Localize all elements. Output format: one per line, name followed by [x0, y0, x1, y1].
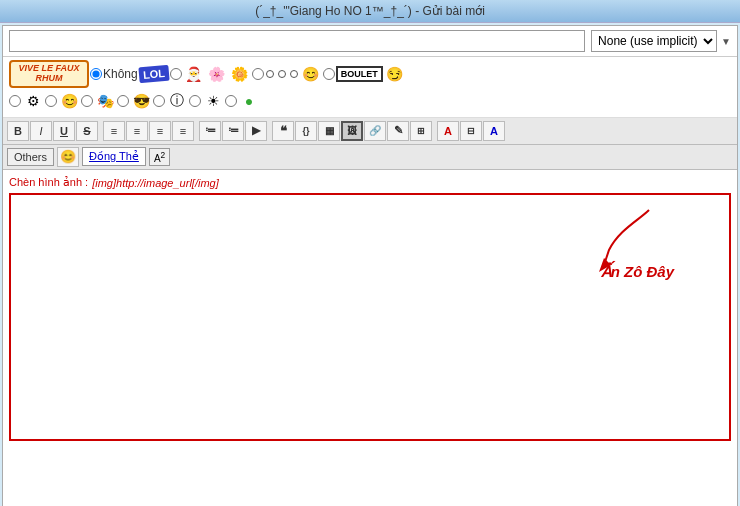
- quote-button[interactable]: ❝: [272, 121, 294, 141]
- table-button[interactable]: ▦: [318, 121, 340, 141]
- radio-khong[interactable]: [90, 68, 102, 80]
- code-button[interactable]: {}: [295, 121, 317, 141]
- editor-textarea[interactable]: [11, 195, 729, 439]
- radio-3[interactable]: [252, 68, 264, 80]
- smiley-r2-4[interactable]: 😎: [130, 90, 152, 112]
- smiley-smile[interactable]: 😊: [300, 63, 322, 85]
- smiley-2[interactable]: 🌸: [206, 63, 228, 85]
- image-tag-code: [img]http://image_url[/img]: [92, 177, 219, 189]
- resize-button[interactable]: ⊟: [460, 121, 482, 141]
- radio-r2-7[interactable]: [225, 95, 237, 107]
- radio-2[interactable]: [170, 68, 182, 80]
- smiley-r2-2[interactable]: 😊: [58, 90, 80, 112]
- dot1: [266, 70, 274, 78]
- smiley-toolbar-icon[interactable]: 😊: [57, 147, 79, 167]
- smileys-row2: ⚙ 😊 🎭 😎 ⓘ ☀ ●: [9, 90, 731, 112]
- radio-r2-6[interactable]: [189, 95, 201, 107]
- smiley-r2-1[interactable]: ⚙: [22, 90, 44, 112]
- radio-r2-5[interactable]: [153, 95, 165, 107]
- radio-r2-2[interactable]: [45, 95, 57, 107]
- smileys-section: VIVE LE FAUXRHUM Không LOL 🎅 🌸 🌼 😊 B: [3, 57, 737, 118]
- italic-button[interactable]: I: [30, 121, 52, 141]
- smiley-r2-7[interactable]: ●: [238, 90, 260, 112]
- superscript-button[interactable]: A2: [149, 148, 170, 166]
- list-ol-button[interactable]: ≔: [222, 121, 244, 141]
- radio-r2-1[interactable]: [9, 95, 21, 107]
- color-button[interactable]: A: [483, 121, 505, 141]
- lol-sign: LOL: [138, 65, 169, 84]
- vive-banner: VIVE LE FAUXRHUM: [9, 60, 89, 88]
- title-bar: (´_†_'"Giang Ho NO 1™_†_´) - Gửi bài mới: [0, 0, 740, 23]
- bold-button[interactable]: B: [7, 121, 29, 141]
- radio-r2-3[interactable]: [81, 95, 93, 107]
- window-title: (´_†_'"Giang Ho NO 1™_†_´) - Gửi bài mới: [255, 4, 485, 18]
- smiley-r2-6[interactable]: ☀: [202, 90, 224, 112]
- edit-button[interactable]: ✎: [387, 121, 409, 141]
- strike-button[interactable]: S: [76, 121, 98, 141]
- radio-r2-4[interactable]: [117, 95, 129, 107]
- indent-button[interactable]: ▶: [245, 121, 267, 141]
- dot2: [278, 70, 286, 78]
- top-bar: None (use implicit) ▼: [3, 26, 737, 57]
- smileys-row1: VIVE LE FAUXRHUM Không LOL 🎅 🌸 🌼 😊 B: [9, 60, 731, 88]
- smiley-r2-5[interactable]: ⓘ: [166, 90, 188, 112]
- radio-4[interactable]: [323, 68, 335, 80]
- editor-area[interactable]: Ấn Zô Đây: [9, 193, 731, 441]
- dong-the-button[interactable]: Đồng Thẻ: [82, 147, 146, 166]
- boulet-sign: BOULET: [336, 66, 383, 82]
- content-area: Chèn hình ảnh : [img]http://image_url[/i…: [9, 174, 731, 441]
- smiley-3[interactable]: 🌼: [229, 63, 251, 85]
- insert-image-label: Chèn hình ảnh :: [9, 176, 88, 189]
- align-left-button[interactable]: ≡: [103, 121, 125, 141]
- radio-khong-label: Không: [103, 67, 138, 81]
- others-button[interactable]: Others: [7, 148, 54, 166]
- source-button[interactable]: ⊞: [410, 121, 432, 141]
- dot3: [290, 70, 298, 78]
- align-center-button[interactable]: ≡: [126, 121, 148, 141]
- smiley-r2-3[interactable]: 🎭: [94, 90, 116, 112]
- toolbar2: Others 😊 Đồng Thẻ A2: [3, 145, 737, 170]
- align-justify-button[interactable]: ≡: [172, 121, 194, 141]
- underline-button[interactable]: U: [53, 121, 75, 141]
- image-button[interactable]: 🖼: [341, 121, 363, 141]
- smiley-1[interactable]: 🎅: [183, 63, 205, 85]
- list-ul-button[interactable]: ≔: [199, 121, 221, 141]
- smiley-boulet-face[interactable]: 😏: [384, 63, 406, 85]
- font-button[interactable]: A: [437, 121, 459, 141]
- toolbar: B I U S ≡ ≡ ≡ ≡ ≔ ≔ ▶ ❝ {} ▦ 🖼 🔗 ✎ ⊞ A ⊟…: [3, 118, 737, 145]
- link-button[interactable]: 🔗: [364, 121, 386, 141]
- dropdown-arrow-icon: ▼: [721, 36, 731, 47]
- subject-input[interactable]: [9, 30, 585, 52]
- align-right-button[interactable]: ≡: [149, 121, 171, 141]
- none-select[interactable]: None (use implicit): [591, 30, 717, 52]
- annotation-text: Ấn Zô Đây: [601, 263, 674, 281]
